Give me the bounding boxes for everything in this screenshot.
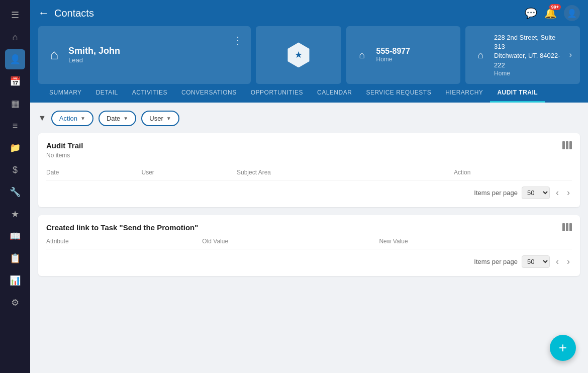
grid-bar-3 <box>569 141 572 149</box>
contact-info: Smith, John Lead <box>68 46 120 64</box>
tab-detail[interactable]: DETAIL <box>89 84 125 103</box>
audit-trail-header-row: Date User Subject Area Action <box>46 165 572 180</box>
notification-badge: 99+ <box>549 4 561 10</box>
more-options-button[interactable]: ⋮ <box>233 33 243 46</box>
col-new-value: New Value <box>379 234 572 249</box>
sidebar-item-settings[interactable]: ⚙ <box>5 293 25 313</box>
grid-bar-1 <box>562 141 565 149</box>
avatar[interactable]: 👤 <box>564 5 580 21</box>
col-date: Date <box>46 165 142 180</box>
chat-icon[interactable]: 💬 <box>525 7 537 19</box>
sidebar-item-book[interactable]: 📖 <box>5 226 25 246</box>
col-subject-area: Subject Area <box>237 165 454 180</box>
cl-next-page-button[interactable]: › <box>565 255 572 268</box>
tab-audit-trail[interactable]: AUDIT TRAIL <box>490 84 545 103</box>
created-link-pagination: Items per page 50 25 100 ‹ › <box>46 255 572 268</box>
audit-trail-pagination: Items per page 50 25 100 ‹ › <box>46 187 572 199</box>
action-filter-button[interactable]: Action ▼ <box>51 111 93 126</box>
sidebar-item-star[interactable]: ★ <box>5 204 25 224</box>
sidebar-item-dollar[interactable]: $ <box>5 160 25 180</box>
contact-cards-row: ⌂ Smith, John Lead ⋮ ★ ⌂ 555-8977 Home <box>38 26 580 84</box>
sidebar-item-menu[interactable]: ☰ <box>5 5 25 25</box>
action-filter-arrow: ▼ <box>80 116 85 121</box>
created-link-table-head: Attribute Old Value New Value <box>46 234 572 249</box>
audit-trail-title: Audit Trail <box>46 141 83 150</box>
date-filter-label: Date <box>107 115 120 122</box>
tab-service-requests[interactable]: SERVICE REQUESTS <box>359 84 438 103</box>
created-link-table: Attribute Old Value New Value <box>46 234 572 249</box>
audit-trail-table-head: Date User Subject Area Action <box>46 165 572 180</box>
per-page-select[interactable]: 50 25 100 <box>522 187 550 199</box>
sidebar-item-list[interactable]: ≡ <box>5 116 25 136</box>
sidebar-item-calendar[interactable]: 📅 <box>5 71 25 91</box>
action-filter-label: Action <box>59 115 77 122</box>
back-button[interactable]: ← <box>38 7 49 20</box>
cl-grid-bar-2 <box>566 223 568 231</box>
user-filter-arrow: ▼ <box>166 116 171 121</box>
created-link-title: Created link to Task "Send the Promotion… <box>46 223 198 232</box>
contact-phone: 555-8977 <box>376 47 411 56</box>
created-link-grid-button[interactable] <box>562 223 572 231</box>
contact-name: Smith, John <box>68 46 120 56</box>
sidebar-item-clipboard[interactable]: 📋 <box>5 248 25 268</box>
topbar-right: 💬 🔔 99+ 👤 <box>525 5 580 21</box>
next-page-button[interactable]: › <box>565 187 572 199</box>
contact-phone-card: ⌂ 555-8977 Home <box>346 26 461 84</box>
cl-grid-bar-1 <box>562 223 565 231</box>
cl-prev-page-button[interactable]: ‹ <box>554 255 561 268</box>
audit-trail-header: Audit Trail <box>46 141 572 150</box>
filter-icon: ▼ <box>38 114 46 123</box>
tabs-bar: SUMMARY DETAIL ACTIVITIES CONVERSATIONS … <box>38 84 580 103</box>
col-user: User <box>142 165 237 180</box>
user-filter-label: User <box>149 115 163 122</box>
fab-button[interactable]: + <box>550 335 576 361</box>
contact-address-card: ⌂ 228 2nd Street, Suite 313 Ditchwater, … <box>465 26 580 84</box>
contact-phone-label: Home <box>376 56 411 63</box>
address-info: 228 2nd Street, Suite 313 Ditchwater, UT… <box>494 33 563 77</box>
sidebar-item-dashboard[interactable]: ▦ <box>5 94 25 114</box>
sidebar-item-home[interactable]: ⌂ <box>5 27 25 47</box>
tab-summary[interactable]: SUMMARY <box>42 84 89 103</box>
cl-grid-bar-3 <box>569 223 572 231</box>
address-chevron-icon[interactable]: › <box>569 50 572 59</box>
contact-header: ⌂ Smith, John Lead ⋮ ★ ⌂ 555-8977 Home <box>30 26 588 103</box>
contact-address-label: Home <box>494 70 563 77</box>
created-link-section: Created link to Task "Send the Promotion… <box>38 215 580 276</box>
content-area: ▼ Action ▼ Date ▼ User ▼ Audit Trail <box>30 103 588 373</box>
contact-badge-card: ★ <box>256 26 341 84</box>
contact-role: Lead <box>68 56 120 64</box>
prev-page-button[interactable]: ‹ <box>554 187 561 199</box>
tab-activities[interactable]: ACTIVITIES <box>125 84 174 103</box>
sidebar-item-folder[interactable]: 📁 <box>5 138 25 158</box>
tab-opportunities[interactable]: OPPORTUNITIES <box>244 84 310 103</box>
created-link-header: Created link to Task "Send the Promotion… <box>46 223 572 232</box>
phone-home-icon: ⌂ <box>354 47 370 63</box>
contact-badge: ★ <box>286 42 311 67</box>
contact-home-icon: ⌂ <box>46 47 62 63</box>
notification-icon[interactable]: 🔔 99+ <box>544 7 557 19</box>
topbar: ← Contacts 💬 🔔 99+ 👤 <box>30 0 588 26</box>
grid-bar-2 <box>566 141 568 149</box>
sidebar-item-tools[interactable]: 🔧 <box>5 182 25 202</box>
col-attribute: Attribute <box>46 234 202 249</box>
cl-per-page-select[interactable]: 50 25 100 <box>522 255 550 268</box>
user-filter-button[interactable]: User ▼ <box>141 111 179 126</box>
main-area: ← Contacts 💬 🔔 99+ 👤 ⌂ Smith, John Lead … <box>30 0 588 373</box>
tab-calendar[interactable]: CALENDAR <box>310 84 359 103</box>
cl-items-per-page-label: Items per page <box>474 258 518 265</box>
topbar-left: ← Contacts <box>38 7 94 20</box>
col-old-value: Old Value <box>202 234 379 249</box>
contact-address-line1: 228 2nd Street, Suite 313 <box>494 33 563 51</box>
tab-hierarchy[interactable]: HIERARCHY <box>438 84 490 103</box>
sidebar-item-chart[interactable]: 📊 <box>5 270 25 291</box>
grid-view-button[interactable] <box>562 141 572 149</box>
items-per-page-label: Items per page <box>474 189 518 197</box>
col-action: Action <box>454 165 572 180</box>
date-filter-button[interactable]: Date ▼ <box>99 111 136 126</box>
phone-info: 555-8977 Home <box>376 47 411 63</box>
contact-address-line2: Ditchwater, UT, 84022-222 <box>494 51 563 69</box>
created-link-header-row: Attribute Old Value New Value <box>46 234 572 249</box>
tab-conversations[interactable]: CONVERSATIONS <box>174 84 244 103</box>
filter-bar: ▼ Action ▼ Date ▼ User ▼ <box>38 111 580 126</box>
sidebar-item-person[interactable]: 👤 <box>5 49 25 69</box>
